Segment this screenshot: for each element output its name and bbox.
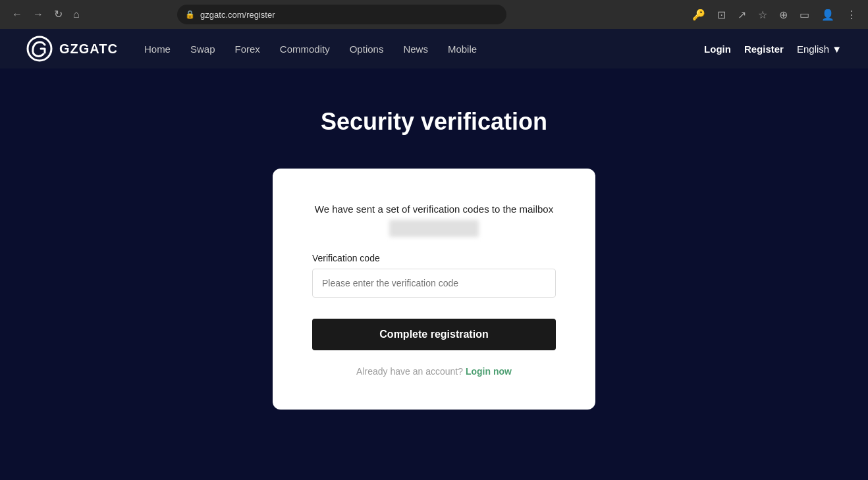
- verification-card: We have sent a set of verification codes…: [273, 169, 595, 410]
- browser-toolbar-right: 🔑 ⊡ ↗ ☆ ⊕ ▭ 👤 ⋮: [689, 6, 860, 24]
- star-icon[interactable]: ☆: [755, 6, 771, 24]
- verification-code-input[interactable]: [312, 269, 556, 298]
- login-now-link[interactable]: Login now: [466, 366, 512, 377]
- nav-login[interactable]: Login: [704, 43, 731, 55]
- refresh-button[interactable]: ↻: [50, 7, 67, 22]
- screen-icon[interactable]: ⊡: [714, 6, 729, 24]
- window-icon[interactable]: ▭: [796, 6, 813, 24]
- nav-news[interactable]: News: [403, 43, 428, 55]
- page-title: Security verification: [321, 108, 547, 136]
- nav-mobile[interactable]: Mobile: [448, 43, 477, 55]
- verification-code-label: Verification code: [312, 253, 556, 263]
- chevron-down-icon: ▼: [832, 43, 842, 55]
- address-bar[interactable]: 🔒 gzgatc.com/register: [177, 5, 506, 24]
- main-content: Security verification We have sent a set…: [0, 68, 868, 480]
- logo-icon: [26, 36, 53, 62]
- browser-chrome: ← → ↻ ⌂ 🔒 gzgatc.com/register 🔑 ⊡ ↗ ☆ ⊕ …: [0, 0, 868, 29]
- nav-options[interactable]: Options: [350, 43, 384, 55]
- logo[interactable]: GZGATC: [26, 36, 118, 62]
- puzzle-icon[interactable]: ⊕: [776, 6, 791, 24]
- nav-register[interactable]: Register: [744, 43, 784, 55]
- nav-swap[interactable]: Swap: [190, 43, 215, 55]
- browser-nav-buttons: ← → ↻ ⌂: [8, 7, 84, 22]
- card-message: We have sent a set of verification codes…: [312, 201, 556, 237]
- verification-code-group: Verification code: [312, 253, 556, 298]
- navbar: GZGATC Home Swap Forex Commodity Options…: [0, 29, 868, 68]
- back-button[interactable]: ←: [8, 7, 26, 22]
- home-button[interactable]: ⌂: [69, 7, 84, 22]
- nav-home[interactable]: Home: [144, 43, 171, 55]
- email-display: user@example.com: [389, 220, 479, 237]
- message-text: We have sent a set of verification codes…: [315, 203, 553, 215]
- menu-icon[interactable]: ⋮: [843, 6, 860, 24]
- lock-icon: 🔒: [185, 10, 195, 19]
- navbar-links: Home Swap Forex Commodity Options News M…: [144, 43, 704, 55]
- nav-commodity[interactable]: Commodity: [280, 43, 330, 55]
- logo-text: GZGATC: [59, 41, 118, 57]
- forward-button[interactable]: →: [29, 7, 47, 22]
- language-selector[interactable]: English ▼: [797, 43, 842, 55]
- login-prompt-text: Already have an account?: [356, 366, 463, 377]
- language-label: English: [797, 43, 829, 55]
- url-text: gzgatc.com/register: [200, 10, 275, 20]
- complete-registration-button[interactable]: Complete registration: [312, 319, 556, 350]
- navbar-right: Login Register English ▼: [704, 43, 842, 55]
- profile-icon[interactable]: 👤: [818, 6, 838, 24]
- share-icon[interactable]: ↗: [734, 6, 749, 24]
- nav-forex[interactable]: Forex: [235, 43, 260, 55]
- login-link-row: Already have an account? Login now: [312, 366, 556, 377]
- key-icon[interactable]: 🔑: [689, 6, 709, 24]
